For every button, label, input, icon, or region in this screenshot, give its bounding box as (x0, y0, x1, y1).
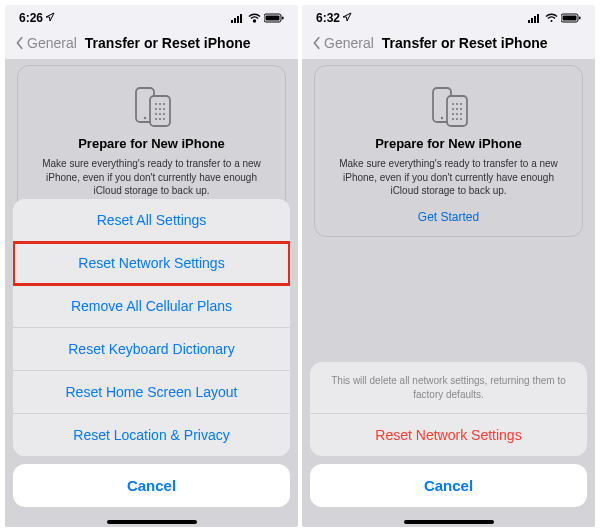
cancel-button[interactable]: Cancel (13, 464, 290, 507)
wifi-icon (248, 13, 261, 23)
svg-rect-24 (531, 18, 533, 23)
nav-bar: General Transfer or Reset iPhone (302, 27, 595, 59)
chevron-left-icon (312, 36, 322, 50)
svg-rect-2 (237, 16, 239, 23)
svg-rect-30 (579, 17, 581, 20)
svg-rect-29 (563, 16, 577, 21)
svg-rect-23 (528, 20, 530, 23)
reset-keyboard-dictionary-button[interactable]: Reset Keyboard Dictionary (13, 328, 290, 371)
svg-rect-1 (234, 18, 236, 23)
home-indicator[interactable] (107, 520, 197, 524)
svg-rect-3 (240, 14, 242, 23)
status-bar: 6:26 (5, 5, 298, 27)
nav-title: Transfer or Reset iPhone (85, 35, 251, 51)
back-label: General (324, 35, 374, 51)
location-arrow-icon (342, 11, 352, 25)
svg-rect-25 (534, 16, 536, 23)
confirmation-message: This will delete all network settings, r… (310, 362, 587, 414)
svg-rect-6 (266, 16, 280, 21)
back-button[interactable]: General (312, 35, 374, 51)
svg-rect-26 (537, 14, 539, 23)
cellular-signal-icon (231, 13, 245, 23)
home-indicator[interactable] (404, 520, 494, 524)
battery-icon (561, 13, 581, 23)
reset-all-settings-button[interactable]: Reset All Settings (13, 199, 290, 242)
status-bar: 6:32 (302, 5, 595, 27)
confirm-reset-network-button[interactable]: Reset Network Settings (310, 414, 587, 456)
confirm-panel: This will delete all network settings, r… (310, 362, 587, 456)
battery-icon (264, 13, 284, 23)
wifi-icon (545, 13, 558, 23)
phone-content: Prepare for New iPhone Make sure everyth… (302, 59, 595, 527)
svg-rect-0 (231, 20, 233, 23)
action-sheet: Reset All Settings Reset Network Setting… (5, 199, 298, 527)
reset-options-list: Reset All Settings Reset Network Setting… (13, 199, 290, 456)
svg-point-4 (254, 20, 256, 22)
nav-title: Transfer or Reset iPhone (382, 35, 548, 51)
chevron-left-icon (15, 36, 25, 50)
status-time: 6:26 (19, 11, 43, 25)
cellular-signal-icon (528, 13, 542, 23)
location-arrow-icon (45, 11, 55, 25)
remove-cellular-plans-button[interactable]: Remove All Cellular Plans (13, 285, 290, 328)
svg-rect-7 (282, 17, 284, 20)
status-time: 6:32 (316, 11, 340, 25)
phone-content: Prepare for New iPhone Make sure everyth… (5, 59, 298, 527)
reset-home-screen-button[interactable]: Reset Home Screen Layout (13, 371, 290, 414)
phone-right: 6:32 General Tr (302, 5, 595, 527)
reset-location-privacy-button[interactable]: Reset Location & Privacy (13, 414, 290, 456)
back-button[interactable]: General (15, 35, 77, 51)
nav-bar: General Transfer or Reset iPhone (5, 27, 298, 59)
cancel-button[interactable]: Cancel (310, 464, 587, 507)
phone-left: 6:26 General Tr (5, 5, 298, 527)
back-label: General (27, 35, 77, 51)
reset-network-settings-button[interactable]: Reset Network Settings (13, 242, 290, 285)
confirmation-sheet: This will delete all network settings, r… (302, 362, 595, 527)
svg-point-27 (551, 20, 553, 22)
screenshot-container: 6:26 General Tr (0, 0, 600, 532)
